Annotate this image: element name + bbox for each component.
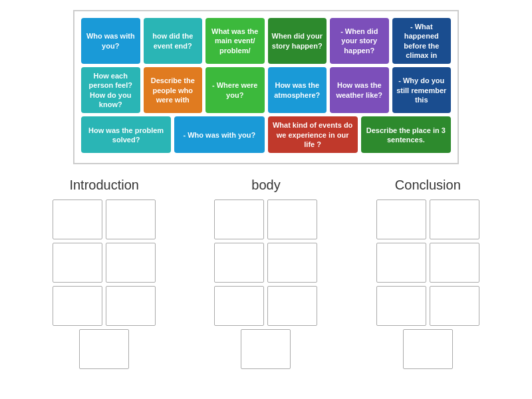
body-slot-3-2[interactable] <box>267 286 317 326</box>
card-what-happened-before[interactable]: - What happened before the climax in <box>392 18 452 64</box>
conclusion-slots <box>350 200 505 369</box>
card-problem-solved[interactable]: How was the problem solved? <box>81 116 171 153</box>
body-slot-3-1[interactable] <box>214 286 264 326</box>
body-slot-2-2[interactable] <box>267 243 317 283</box>
card-weather[interactable]: How was the weather like? <box>330 67 389 113</box>
card-describe-place[interactable]: Describe the place in 3 sentences. <box>361 116 451 153</box>
sorting-area: Introduction body <box>27 178 505 369</box>
intro-row-3 <box>27 286 182 326</box>
cards-area: Who was with you? how did the event end?… <box>73 10 459 164</box>
cards-row-1: Who was with you? how did the event end?… <box>81 18 451 64</box>
conclusion-slot-2-1[interactable] <box>376 243 426 283</box>
card-who-with-you-2[interactable]: - Who was with you? <box>174 116 264 153</box>
card-describe-people[interactable]: Describe the people who were with <box>144 67 203 113</box>
introduction-slots <box>27 200 182 369</box>
card-who-was-with-you[interactable]: Who was with you? <box>81 18 140 64</box>
column-introduction: Introduction <box>27 178 182 369</box>
conclusion-row-2 <box>350 243 505 283</box>
conclusion-title: Conclusion <box>395 178 461 193</box>
card-what-kind-events[interactable]: What kind of events do we experience in … <box>268 116 358 153</box>
body-slots <box>188 200 343 369</box>
conclusion-slot-2-2[interactable] <box>430 243 479 283</box>
intro-row-1 <box>27 200 182 239</box>
conclusion-row-1 <box>350 200 505 239</box>
body-title: body <box>251 178 280 193</box>
column-body: body <box>188 178 343 369</box>
card-when-story-happen-2[interactable]: - When did your story happen? <box>330 18 389 64</box>
intro-row-2 <box>27 243 182 283</box>
body-row-4 <box>188 329 343 369</box>
card-main-event[interactable]: What was the main event/ problem/ <box>205 18 265 64</box>
cards-row-3: How was the problem solved? - Who was wi… <box>81 116 451 153</box>
card-why-remember[interactable]: - Why do you still remember this <box>392 67 452 113</box>
cards-row-2: How each person feel? How do you know? D… <box>81 67 451 113</box>
conclusion-row-4 <box>350 329 505 369</box>
intro-slot-2-1[interactable] <box>53 243 102 283</box>
body-slot-1-1[interactable] <box>214 200 264 239</box>
conclusion-slot-4-1[interactable] <box>403 329 453 369</box>
conclusion-row-3 <box>350 286 505 326</box>
body-slot-2-1[interactable] <box>214 243 264 283</box>
body-row-1 <box>188 200 343 239</box>
card-atmosphere[interactable]: How was the atmosphere? <box>268 67 327 113</box>
intro-slot-3-1[interactable] <box>53 286 102 326</box>
body-slot-4-1[interactable] <box>241 329 291 369</box>
intro-slot-1-2[interactable] <box>106 200 156 239</box>
card-how-person-feel[interactable]: How each person feel? How do you know? <box>81 67 140 113</box>
card-when-story-happen[interactable]: When did your story happen? <box>268 18 327 64</box>
card-how-event-end[interactable]: how did the event end? <box>144 18 203 64</box>
conclusion-slot-1-2[interactable] <box>430 200 479 239</box>
body-row-2 <box>188 243 343 283</box>
conclusion-slot-1-1[interactable] <box>376 200 426 239</box>
conclusion-slot-3-1[interactable] <box>376 286 426 326</box>
body-slot-1-2[interactable] <box>267 200 317 239</box>
introduction-title: Introduction <box>69 178 139 193</box>
card-where-were-you[interactable]: - Where were you? <box>205 67 265 113</box>
conclusion-slot-3-2[interactable] <box>430 286 479 326</box>
column-conclusion: Conclusion <box>350 178 505 369</box>
intro-slot-2-2[interactable] <box>106 243 156 283</box>
intro-slot-3-2[interactable] <box>106 286 156 326</box>
body-row-3 <box>188 286 343 326</box>
intro-row-4 <box>27 329 182 369</box>
intro-slot-4-1[interactable] <box>79 329 129 369</box>
intro-slot-1-1[interactable] <box>53 200 102 239</box>
